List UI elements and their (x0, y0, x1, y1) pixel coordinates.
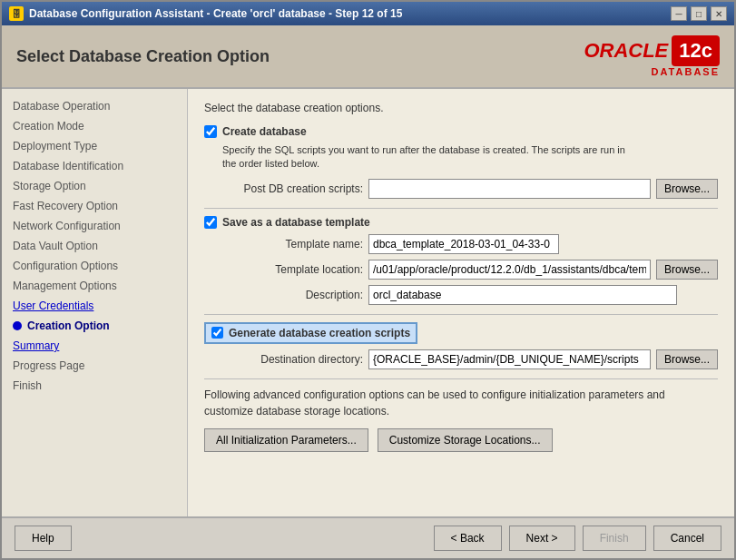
titlebar-controls[interactable]: ─ □ ✕ (671, 6, 727, 21)
create-db-checkbox[interactable] (204, 125, 217, 138)
template-name-label: Template name: (222, 238, 363, 251)
minimize-button[interactable]: ─ (671, 6, 687, 21)
sidebar: Database Operation Creation Mode Deploym… (2, 89, 188, 516)
page-title: Select Database Creation Option (16, 47, 270, 66)
save-template-label: Save as a database template (222, 216, 370, 229)
post-db-input[interactable] (368, 179, 651, 199)
template-name-input[interactable] (368, 234, 559, 254)
divider-3 (204, 378, 718, 379)
footer-left: Help (15, 526, 72, 551)
sidebar-item-progress: Progress Page (2, 356, 187, 376)
description-input[interactable] (368, 285, 677, 305)
maximize-button[interactable]: □ (691, 6, 707, 21)
sidebar-item-fast-recovery: Fast Recovery Option (2, 196, 187, 216)
footer: Help < Back Next > Finish Cancel (2, 516, 734, 558)
create-db-label: Create database (222, 125, 307, 138)
sidebar-item-user-credentials[interactable]: User Credentials (2, 296, 187, 316)
create-db-hint: Specify the SQL scripts you want to run … (222, 143, 718, 172)
create-db-section: Create database Specify the SQL scripts … (204, 125, 718, 199)
advanced-text: Following advanced configuration options… (204, 387, 718, 419)
save-template-section: Save as a database template Template nam… (204, 216, 718, 305)
template-location-label: Template location: (222, 263, 363, 276)
sidebar-item-finish: Finish (2, 376, 187, 396)
generate-scripts-row: Generate database creation scripts (204, 322, 417, 344)
intro-text: Select the database creation options. (204, 102, 718, 114)
generate-scripts-label: Generate database creation scripts (229, 327, 410, 339)
back-button[interactable]: < Back (434, 526, 502, 551)
sidebar-item-storage-option: Storage Option (2, 176, 187, 196)
sidebar-item-database-operation: Database Operation (2, 96, 187, 116)
next-button[interactable]: Next > (509, 526, 575, 551)
post-db-browse-button[interactable]: Browse... (656, 179, 718, 199)
save-template-checkbox[interactable] (204, 216, 217, 229)
generate-scripts-section: Generate database creation scripts Desti… (204, 322, 718, 369)
sidebar-item-configuration: Configuration Options (2, 256, 187, 276)
advanced-section: Following advanced configuration options… (204, 387, 718, 452)
help-button[interactable]: Help (15, 526, 72, 551)
save-template-row: Save as a database template (204, 216, 718, 229)
header-banner: Select Database Creation Option ORACLE 1… (2, 25, 734, 89)
divider-1 (204, 208, 718, 209)
sidebar-item-deployment-type: Deployment Type (2, 136, 187, 156)
oracle-logo: ORACLE 12c DATABASE (584, 35, 720, 77)
finish-button[interactable]: Finish (583, 526, 646, 551)
oracle-text: ORACLE (584, 39, 668, 63)
destination-dir-row: Destination directory: Browse... (222, 349, 718, 369)
titlebar: 🗄 Database Configuration Assistant - Cre… (2, 2, 734, 25)
divider-2 (204, 314, 718, 315)
create-db-row: Create database (204, 125, 718, 138)
cancel-button[interactable]: Cancel (653, 526, 721, 551)
sidebar-item-network: Network Configuration (2, 216, 187, 236)
destination-dir-input[interactable] (368, 349, 651, 369)
template-name-row: Template name: (222, 234, 718, 254)
sidebar-item-data-vault: Data Vault Option (2, 236, 187, 256)
content-area: Database Operation Creation Mode Deploym… (2, 89, 734, 516)
active-dot (13, 321, 22, 330)
destination-dir-browse-button[interactable]: Browse... (656, 349, 718, 369)
sidebar-item-management: Management Options (2, 276, 187, 296)
database-text: DATABASE (652, 66, 720, 77)
save-template-indent: Template name: Template location: Browse… (222, 234, 718, 305)
sidebar-item-creation-option[interactable]: Creation Option (2, 316, 187, 336)
main-panel: Select the database creation options. Cr… (188, 89, 734, 516)
generate-scripts-indent: Destination directory: Browse... (222, 349, 718, 369)
post-db-label: Post DB creation scripts: (222, 182, 363, 195)
create-db-indent: Specify the SQL scripts you want to run … (222, 143, 718, 199)
all-init-params-button[interactable]: All Initialization Parameters... (204, 428, 368, 452)
sidebar-item-summary[interactable]: Summary (2, 336, 187, 356)
close-button[interactable]: ✕ (711, 6, 727, 21)
customize-storage-button[interactable]: Customize Storage Locations... (378, 428, 553, 452)
template-location-row: Template location: Browse... (222, 260, 718, 280)
sidebar-item-creation-mode: Creation Mode (2, 116, 187, 136)
window-title: Database Configuration Assistant - Creat… (29, 7, 402, 20)
advanced-buttons: All Initialization Parameters... Customi… (204, 428, 718, 452)
post-db-row: Post DB creation scripts: Browse... (222, 179, 718, 199)
sidebar-item-database-identification: Database Identification (2, 156, 187, 176)
titlebar-left: 🗄 Database Configuration Assistant - Cre… (9, 6, 402, 21)
footer-right: < Back Next > Finish Cancel (434, 526, 721, 551)
description-label: Description: (222, 289, 363, 301)
version-badge: 12c (672, 35, 720, 66)
destination-dir-label: Destination directory: (222, 353, 363, 366)
template-location-browse-button[interactable]: Browse... (656, 260, 718, 280)
template-location-input[interactable] (368, 260, 651, 280)
app-icon: 🗄 (9, 6, 24, 21)
description-row: Description: (222, 285, 718, 305)
generate-scripts-checkbox[interactable] (211, 327, 223, 339)
main-window: 🗄 Database Configuration Assistant - Cre… (0, 0, 736, 560)
